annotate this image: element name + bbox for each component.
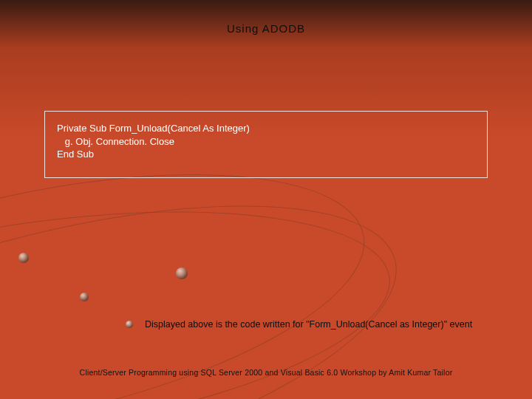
bullet-text: Displayed above is the code written for … [145, 319, 472, 330]
bullet-icon [126, 321, 133, 328]
code-line: g. Obj. Connection. Close [57, 135, 475, 149]
code-line: Private Sub Form_Unload(Cancel As Intege… [57, 122, 475, 135]
slide: Using ADODB Private Sub Form_Unload(Canc… [0, 0, 532, 399]
decorative-node-icon [18, 253, 29, 263]
decorative-node-icon [80, 293, 89, 301]
decorative-node-icon [176, 267, 188, 279]
code-line: End Sub [57, 148, 475, 161]
slide-title: Using ADODB [0, 22, 532, 35]
slide-footer: Client/Server Programming using SQL Serv… [0, 368, 532, 377]
bullet-row: Displayed above is the code written for … [126, 319, 472, 330]
decorative-orbit [0, 174, 404, 399]
code-box: Private Sub Form_Unload(Cancel As Intege… [44, 111, 488, 178]
decorative-orbit [0, 145, 426, 399]
